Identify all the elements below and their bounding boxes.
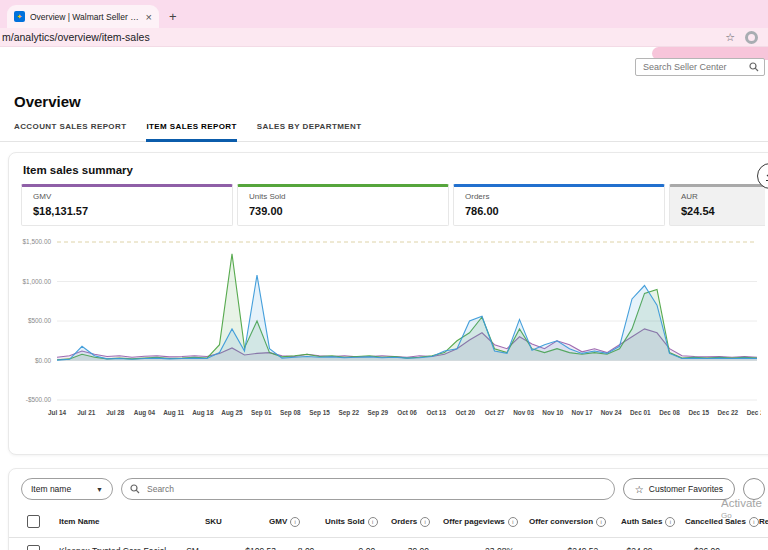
new-tab-button[interactable]: +	[169, 9, 177, 24]
svg-text:Sep 01: Sep 01	[251, 409, 272, 417]
column-header-label: GMV	[269, 517, 287, 526]
metric-value: 739.00	[249, 205, 437, 217]
info-icon[interactable]: i	[368, 517, 378, 527]
svg-text:Nov 10: Nov 10	[542, 409, 563, 416]
metric-value: 786.00	[465, 205, 653, 217]
page-title: Overview	[14, 93, 81, 110]
table-cell: $26.00	[688, 545, 768, 550]
metric-card-aur[interactable]: AUR$24.54	[669, 184, 765, 226]
svg-text:Jul 14: Jul 14	[48, 409, 67, 416]
svg-text:Aug 18: Aug 18	[192, 409, 214, 417]
browser-profile-icon[interactable]	[745, 31, 758, 44]
tab-item-sales-report[interactable]: ITEM SALES REPORT	[146, 122, 236, 141]
seller-center-search[interactable]	[635, 58, 765, 76]
svg-text:Jul 28: Jul 28	[106, 409, 125, 416]
column-header-label: Refund sales	[759, 517, 768, 526]
svg-text:Dec 01: Dec 01	[630, 409, 651, 416]
svg-text:Nov 03: Nov 03	[513, 409, 534, 416]
browser-tab[interactable]: ✦ Overview | Walmart Seller Cent ×	[7, 5, 159, 28]
table-cell: SM-135923133	[180, 545, 239, 550]
bookmark-star-icon[interactable]: ☆	[725, 31, 735, 44]
tab-close-icon[interactable]: ×	[146, 11, 152, 23]
walmart-favicon-icon: ✦	[14, 11, 25, 22]
svg-text:Dec 15: Dec 15	[688, 409, 709, 416]
metric-card-orders[interactable]: Orders786.00	[453, 184, 665, 226]
svg-text:Oct 20: Oct 20	[456, 409, 476, 416]
svg-text:Jul 21: Jul 21	[77, 409, 96, 416]
svg-text:$1,000.00: $1,000.00	[23, 278, 52, 285]
search-icon	[749, 62, 759, 72]
metric-value: $24.54	[681, 205, 765, 217]
table-header-row: Item NameSKUGMViUnits SoldiOrdersiOffer …	[9, 508, 768, 538]
svg-text:Oct 27: Oct 27	[485, 409, 505, 416]
star-icon: ☆	[635, 484, 644, 495]
svg-text:Oct 13: Oct 13	[426, 409, 446, 416]
item-name-cell: Kleenex Trusted Care Facial Tissues, 8 F…	[53, 545, 180, 550]
card-title: Item sales summary	[23, 164, 133, 176]
info-icon[interactable]: i	[420, 517, 430, 527]
metric-value: $18,131.57	[33, 205, 221, 217]
seller-search-input[interactable]	[641, 61, 749, 73]
info-icon[interactable]: i	[596, 517, 606, 527]
column-header-label: SKU	[205, 517, 222, 526]
item-sales-summary-card: Item sales summary GMV$18,131.57Units So…	[8, 152, 768, 455]
table-row[interactable]: Kleenex Trusted Care Facial Tissues, 8 F…	[9, 538, 768, 550]
table-cell: 23.08%	[479, 545, 561, 550]
column-header-label: Item Name	[59, 517, 99, 526]
table-cell: $109.53	[239, 545, 291, 550]
metric-card-gmv[interactable]: GMV$18,131.57	[21, 184, 233, 226]
sales-trend-chart: $1,500.00$1,000.00$500.00$0.00-$500.00Ju…	[15, 234, 761, 432]
dropdown-label: Item name	[31, 484, 71, 494]
column-header-label: Offer conversion	[529, 517, 593, 526]
info-icon[interactable]: i	[290, 517, 300, 527]
table-cell: $249.52	[561, 545, 620, 550]
metric-label: Units Sold	[249, 192, 437, 201]
svg-text:Sep 15: Sep 15	[309, 409, 330, 417]
table-search-input[interactable]	[145, 483, 606, 495]
column-header-label: Units Sold	[325, 517, 365, 526]
select-all-checkbox[interactable]	[27, 515, 40, 528]
customer-favorites-button[interactable]: ☆ Customer Favorites	[623, 478, 735, 500]
svg-text:$1,500.00: $1,500.00	[23, 238, 52, 245]
svg-text:Dec 29: Dec 29	[747, 409, 761, 416]
download-icon	[764, 170, 768, 182]
svg-text:Aug 04: Aug 04	[134, 409, 156, 417]
search-icon	[130, 484, 140, 494]
metric-cards: GMV$18,131.57Units Sold739.00Orders786.0…	[21, 184, 765, 226]
tab-account-sales-report[interactable]: ACCOUNT SALES REPORT	[14, 122, 126, 141]
table-cell: 39.00	[402, 545, 479, 550]
table-filter-row: Item name ▼ ☆ Customer Favorites	[9, 469, 768, 508]
svg-text:Nov 17: Nov 17	[572, 409, 593, 416]
tab-sales-by-department[interactable]: SALES BY DEPARTMENT	[257, 122, 362, 141]
table-body: Kleenex Trusted Care Facial Tissues, 8 F…	[9, 538, 768, 550]
svg-text:Sep 22: Sep 22	[338, 409, 359, 417]
svg-text:-$500.00: -$500.00	[26, 396, 52, 403]
row-checkbox[interactable]	[27, 545, 40, 550]
item-name-dropdown[interactable]: Item name ▼	[21, 478, 113, 500]
browser-url-bar[interactable]: m/analytics/overview/item-sales ☆	[0, 28, 768, 47]
info-icon[interactable]: i	[508, 517, 518, 527]
report-tabs: ACCOUNT SALES REPORTITEM SALES REPORTSAL…	[0, 122, 768, 142]
svg-text:Nov 24: Nov 24	[601, 409, 622, 416]
chevron-down-icon: ▼	[96, 486, 103, 493]
more-options-button[interactable]	[743, 478, 765, 500]
column-header-label: Offer pageviews	[443, 517, 505, 526]
favorites-label: Customer Favorites	[649, 484, 723, 494]
table-search[interactable]	[121, 478, 615, 500]
svg-text:Sep 29: Sep 29	[367, 409, 388, 417]
metric-label: Orders	[465, 192, 653, 201]
table-cell: $24.99	[621, 545, 688, 550]
table-cell: 9.00	[353, 545, 402, 550]
browser-tab-title: Overview | Walmart Seller Cent	[30, 12, 142, 22]
svg-text:Oct 06: Oct 06	[397, 409, 417, 416]
column-header-label: Cancelled Sales	[685, 517, 746, 526]
svg-text:Aug 25: Aug 25	[221, 409, 243, 417]
info-icon[interactable]: i	[665, 517, 675, 527]
browser-tab-strip: ✦ Overview | Walmart Seller Cent × +	[0, 0, 768, 28]
column-header-label: Orders	[391, 517, 417, 526]
svg-text:Dec 22: Dec 22	[717, 409, 738, 416]
metric-card-units-sold[interactable]: Units Sold739.00	[237, 184, 449, 226]
item-table-card: Item name ▼ ☆ Customer Favorites Item Na…	[8, 468, 768, 550]
column-header-label: Auth Sales	[621, 517, 662, 526]
svg-text:Sep 08: Sep 08	[280, 409, 301, 417]
